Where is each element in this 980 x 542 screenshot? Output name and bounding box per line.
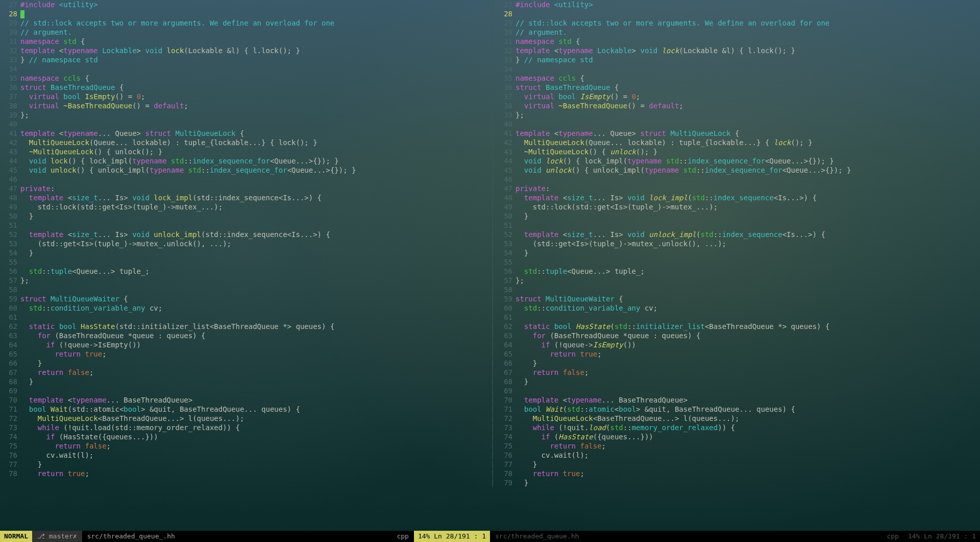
filetype-left: cpp <box>391 532 413 541</box>
file-path-left: src/threaded_queue_.hh <box>82 532 392 541</box>
status-line: NORMAL ⎇ master✗ src/threaded_queue_.hh … <box>0 531 980 542</box>
line-number-gutter-left: 2728293031323334353637383940414243444546… <box>0 0 20 531</box>
code-area-left[interactable]: #include <utility>// std::lock accepts t… <box>20 0 490 531</box>
editor-pane-right[interactable]: ││││││││││││││││││││││││││││││││││││││││… <box>490 0 980 531</box>
filetype-right: cpp <box>881 532 903 541</box>
file-path-right: src/threaded_queue.hh <box>490 532 881 541</box>
code-area-right[interactable]: #include <utility>// std::lock accepts t… <box>516 0 980 531</box>
branch-icon: ⎇ <box>37 532 49 540</box>
vim-mode-indicator: NORMAL <box>0 531 32 542</box>
text-cursor <box>20 10 24 18</box>
position-indicator-left: 14% Ln 28/191 : 1 <box>414 531 490 542</box>
editor-pane-left[interactable]: 2728293031323334353637383940414243444546… <box>0 0 490 531</box>
line-number-gutter-right: 2728293031323334353637383940414243444546… <box>495 0 516 531</box>
git-branch-indicator: ⎇ master✗ <box>32 531 82 542</box>
split-separator: ││││││││││││││││││││││││││││││││││││││││… <box>490 0 495 531</box>
status-left-pane: NORMAL ⎇ master✗ src/threaded_queue_.hh … <box>0 531 490 542</box>
position-indicator-right: 14% Ln 28/191 : 1 <box>904 532 980 541</box>
status-right-pane: src/threaded_queue.hh cpp 14% Ln 28/191 … <box>490 531 980 542</box>
